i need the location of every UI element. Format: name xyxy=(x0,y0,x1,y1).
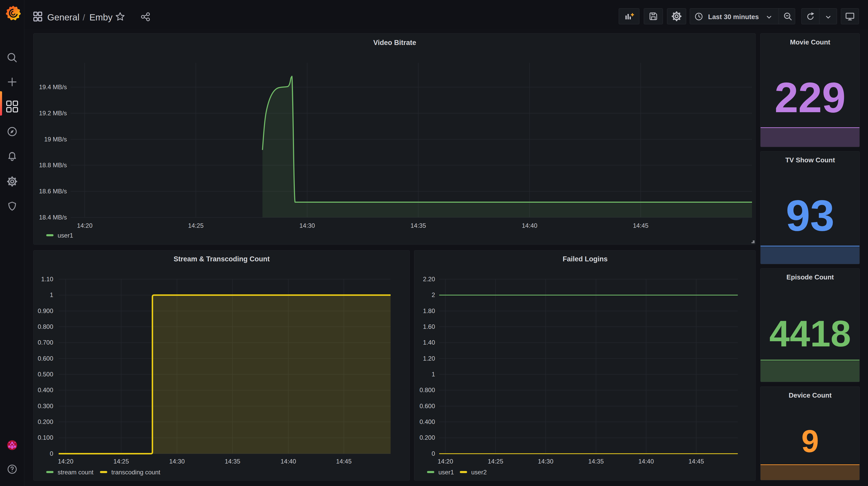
svg-text:0.500: 0.500 xyxy=(38,371,53,378)
svg-text:0.600: 0.600 xyxy=(38,355,53,362)
svg-text:0.800: 0.800 xyxy=(420,387,435,394)
svg-text:0.800: 0.800 xyxy=(38,323,53,330)
svg-text:0.300: 0.300 xyxy=(38,402,53,409)
svg-text:14:40: 14:40 xyxy=(638,458,654,465)
svg-text:18.8 MB/s: 18.8 MB/s xyxy=(39,162,67,169)
svg-text:14:45: 14:45 xyxy=(688,458,704,465)
svg-text:18.6 MB/s: 18.6 MB/s xyxy=(39,188,67,195)
svg-text:14:35: 14:35 xyxy=(588,458,604,465)
svg-text:18.4 MB/s: 18.4 MB/s xyxy=(39,214,67,221)
svg-text:14:25: 14:25 xyxy=(114,458,129,465)
svg-text:Movie Count: Movie Count xyxy=(790,38,830,46)
svg-text:0.400: 0.400 xyxy=(38,387,53,394)
svg-text:14:25: 14:25 xyxy=(488,458,503,465)
svg-text:14:30: 14:30 xyxy=(300,222,315,229)
svg-text:14:20: 14:20 xyxy=(77,222,92,229)
svg-text:1.80: 1.80 xyxy=(423,307,435,314)
svg-text:14:45: 14:45 xyxy=(633,222,648,229)
svg-text:19.4 MB/s: 19.4 MB/s xyxy=(39,84,67,90)
svg-text:Emby: Emby xyxy=(89,12,113,22)
svg-text:14:20: 14:20 xyxy=(58,458,73,465)
svg-text:Failed Logins: Failed Logins xyxy=(563,255,608,263)
svg-text:0.200: 0.200 xyxy=(38,418,53,425)
svg-text:user2: user2 xyxy=(471,469,487,476)
svg-text:TV Show Count: TV Show Count xyxy=(785,156,835,164)
svg-text:user1: user1 xyxy=(438,469,454,476)
svg-text:229: 229 xyxy=(774,74,845,121)
svg-text:General: General xyxy=(47,12,80,22)
svg-text:1: 1 xyxy=(50,291,53,298)
svg-text:14:40: 14:40 xyxy=(281,458,296,465)
svg-text:1.60: 1.60 xyxy=(423,323,435,330)
svg-text:14:35: 14:35 xyxy=(410,222,426,229)
svg-text:1.10: 1.10 xyxy=(41,276,53,283)
svg-text:Stream & Transcoding Count: Stream & Transcoding Count xyxy=(174,255,270,263)
svg-text:14:20: 14:20 xyxy=(438,458,453,465)
svg-text:0.700: 0.700 xyxy=(38,339,53,346)
svg-text:9: 9 xyxy=(801,424,819,459)
svg-text:2: 2 xyxy=(432,291,435,298)
svg-text:14:25: 14:25 xyxy=(188,222,204,229)
svg-text:0: 0 xyxy=(50,450,53,457)
svg-text:4418: 4418 xyxy=(769,313,851,354)
svg-text:14:45: 14:45 xyxy=(336,458,351,465)
svg-text:1: 1 xyxy=(432,371,435,378)
svg-text:stream count: stream count xyxy=(58,469,94,476)
svg-text:19.2 MB/s: 19.2 MB/s xyxy=(39,110,67,117)
svg-text:/: / xyxy=(83,13,85,22)
svg-text:14:40: 14:40 xyxy=(522,222,537,229)
svg-text:19 MB/s: 19 MB/s xyxy=(44,136,67,143)
svg-text:0.900: 0.900 xyxy=(38,307,53,314)
svg-text:0.400: 0.400 xyxy=(420,418,435,425)
svg-text:14:30: 14:30 xyxy=(538,458,553,465)
svg-text:transcoding count: transcoding count xyxy=(111,469,160,476)
svg-text:Episode Count: Episode Count xyxy=(786,273,834,281)
svg-text:93: 93 xyxy=(786,191,834,240)
svg-text:0.100: 0.100 xyxy=(38,434,53,441)
svg-text:0.200: 0.200 xyxy=(420,434,435,441)
svg-text:2.20: 2.20 xyxy=(423,276,435,283)
svg-text:Device Count: Device Count xyxy=(789,391,832,399)
svg-text:1.20: 1.20 xyxy=(423,355,435,362)
svg-text:0.600: 0.600 xyxy=(420,402,435,409)
svg-text:0: 0 xyxy=(432,450,435,457)
svg-text:user1: user1 xyxy=(58,232,73,239)
svg-text:Video Bitrate: Video Bitrate xyxy=(373,39,416,47)
svg-text:14:35: 14:35 xyxy=(225,458,240,465)
svg-text:14:30: 14:30 xyxy=(169,458,185,465)
svg-text:1.40: 1.40 xyxy=(423,339,435,346)
